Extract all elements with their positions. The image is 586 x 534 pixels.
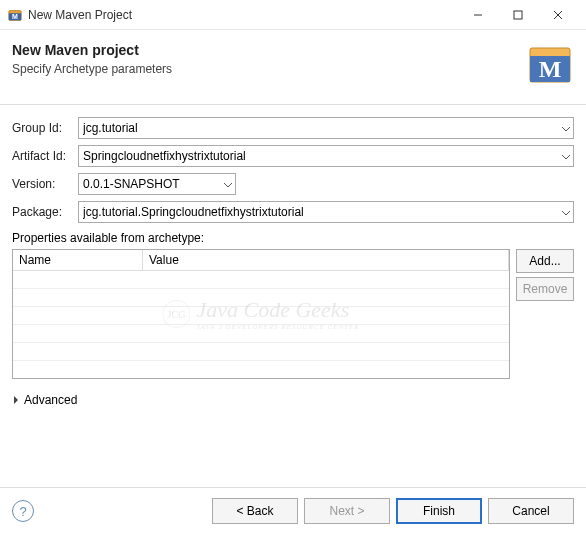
advanced-toggle[interactable]: Advanced — [12, 393, 574, 407]
chevron-right-icon — [12, 393, 20, 407]
help-button[interactable]: ? — [12, 500, 34, 522]
page-title: New Maven project — [12, 42, 172, 58]
svg-text:M: M — [12, 13, 18, 20]
maven-icon: M — [8, 8, 22, 22]
maven-logo: M — [526, 42, 574, 90]
column-header-value[interactable]: Value — [143, 250, 509, 270]
window-titlebar: M New Maven Project — [0, 0, 586, 30]
maximize-button[interactable] — [498, 1, 538, 29]
version-label: Version: — [12, 177, 78, 191]
svg-rect-4 — [514, 11, 522, 19]
column-header-name[interactable]: Name — [13, 250, 143, 270]
dialog-header: New Maven project Specify Archetype para… — [0, 30, 586, 105]
minimize-button[interactable] — [458, 1, 498, 29]
watermark: JCG Java Code Geeks JAVA 2 DEVELOPERS RE… — [162, 297, 359, 331]
group-id-input[interactable] — [78, 117, 574, 139]
page-subtitle: Specify Archetype parameters — [12, 62, 172, 76]
version-input[interactable] — [78, 173, 236, 195]
window-title: New Maven Project — [28, 8, 458, 22]
dialog-footer: ? < Back Next > Finish Cancel — [0, 487, 586, 534]
svg-text:M: M — [539, 56, 562, 82]
finish-button[interactable]: Finish — [396, 498, 482, 524]
back-button[interactable]: < Back — [212, 498, 298, 524]
package-input[interactable] — [78, 201, 574, 223]
properties-section-label: Properties available from archetype: — [12, 231, 574, 245]
properties-table[interactable]: Name Value JCG Java Code Geeks JAVA 2 DE… — [12, 249, 510, 379]
group-id-label: Group Id: — [12, 121, 78, 135]
artifact-id-label: Artifact Id: — [12, 149, 78, 163]
next-button[interactable]: Next > — [304, 498, 390, 524]
add-button[interactable]: Add... — [516, 249, 574, 273]
table-row[interactable] — [13, 343, 509, 361]
table-row[interactable] — [13, 271, 509, 289]
advanced-label: Advanced — [24, 393, 77, 407]
cancel-button[interactable]: Cancel — [488, 498, 574, 524]
artifact-id-input[interactable] — [78, 145, 574, 167]
remove-button[interactable]: Remove — [516, 277, 574, 301]
package-label: Package: — [12, 205, 78, 219]
close-button[interactable] — [538, 1, 578, 29]
